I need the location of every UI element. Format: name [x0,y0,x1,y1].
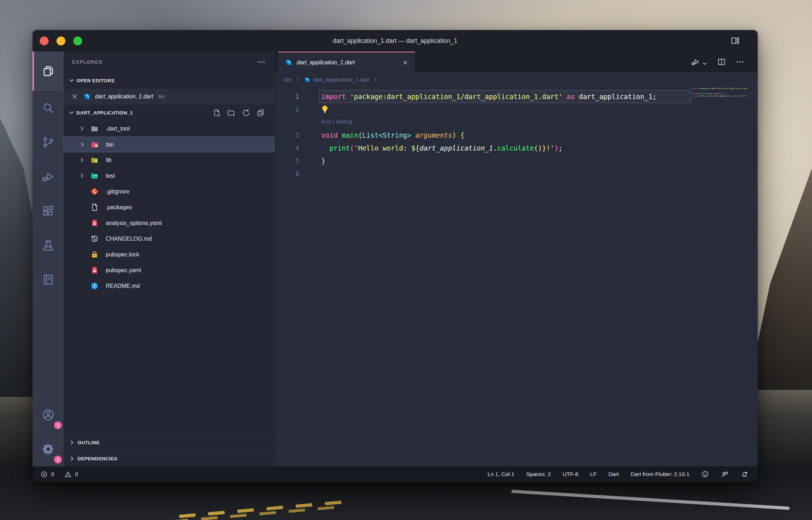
bell-icon[interactable] [741,470,748,478]
explorer-more-actions-icon[interactable] [257,57,266,67]
code-area[interactable]: 1import 'package:dart_application_1/dart… [275,87,692,466]
open-editors-label: OPEN EDITORS [76,78,115,83]
tree-item-analysis-options-yaml[interactable]: analysis_options.yaml [64,215,274,231]
open-editor-item[interactable]: dart_application_1.dart bin [64,89,274,104]
tree-item-CHANGELOG-md[interactable]: CHANGELOG.md [64,231,274,247]
tree-item-bin[interactable]: bin [64,137,274,152]
breadcrumb-file[interactable]: dart_application_1.dart [313,77,370,83]
tree-item--gitignore[interactable]: .gitignore [64,184,274,200]
line-number: 2 [275,103,299,116]
dart-icon [284,59,292,67]
tree-item-label: .dart_tool [106,121,130,137]
tree-item-pubspec-yaml[interactable]: pubspec.yaml [64,263,274,278]
activity-item-explorer[interactable] [33,51,64,91]
status-language-mode[interactable]: Dart [608,471,619,477]
info-icon [90,281,99,290]
customize-layout-icon[interactable] [730,36,741,45]
folder-tool-icon [90,124,99,133]
line-number: 4 [275,142,299,154]
breadcrumb-symbol[interactable]: ... [382,77,386,83]
yaml-red-icon [90,266,99,275]
editor-group: dart_application_1.dart bin dart_applica… [274,51,758,466]
tree-item-lib[interactable]: lib [64,152,274,168]
status-cursor-position[interactable]: Ln 1, Col 1 [487,471,514,477]
minimap[interactable]: import 'package:dart_application_1/dart_… [692,87,749,466]
activity-item-run-and-debug[interactable] [33,160,64,194]
chevron-down-icon [68,109,75,116]
collapse-all-icon[interactable] [256,108,265,117]
run-debug-icon [691,57,700,67]
extensions-icon [41,204,55,218]
breadcrumb-folder[interactable]: bin [284,77,292,83]
split-editor-button[interactable] [717,57,726,67]
tree-item-label: lib [106,152,112,168]
code-line-2: 2 [275,103,692,116]
more-actions-button[interactable] [736,57,745,67]
code-line-1: 1import 'package:dart_application_1/dart… [275,90,692,103]
lock-icon [90,250,99,259]
activity-item-settings[interactable]: 1 [33,432,64,466]
status-eol[interactable]: LF [590,471,596,477]
line-number: 1 [275,90,299,103]
tree-item-README-md[interactable]: README.md [64,278,274,294]
chevron-right-icon [373,77,378,83]
tree-item-test[interactable]: test [64,168,274,184]
tree-item-label: bin [106,137,114,153]
activity-item-extensions[interactable] [33,194,64,228]
beaker-icon [41,239,55,252]
line-number: 3 [275,129,299,142]
code-line-3: 3void main(List<String> arguments) { [275,129,692,142]
close-editor-icon[interactable] [71,93,78,100]
line-number: 6 [275,167,299,180]
codelens-debug-link[interactable]: Debug [336,118,352,124]
activity-item-testing[interactable] [33,228,64,263]
line-number: 5 [275,154,299,167]
chevron-down-icon [68,77,75,84]
problems-status[interactable]: 00 [33,471,85,478]
tree-item--packages[interactable]: .packages [64,200,274,215]
project-name-label: DART_APPLICATION_1 [76,110,133,116]
status-encoding[interactable]: UTF-8 [563,471,578,477]
status-indentation[interactable]: Spaces: 2 [526,471,551,477]
smiley-icon[interactable] [701,470,709,478]
status-bar: 00 Ln 1, Col 1Spaces: 2UTF-8LFDartDart f… [33,466,758,482]
tree-item--dart-tool[interactable]: .dart_tool [64,121,274,137]
feedback-icon[interactable] [721,470,729,478]
chevron-right-icon [79,172,85,179]
project-section-header[interactable]: DART_APPLICATION_1 [64,104,274,121]
codelens-run-link[interactable]: Run [321,118,331,124]
new-file-icon[interactable] [212,108,221,117]
status-dart-sdk-version[interactable]: Dart from Flutter: 2.10.1 [630,471,689,477]
account-icon [41,408,55,422]
run-or-debug-button[interactable] [691,57,708,67]
activity-item-notebook[interactable] [33,263,64,297]
tree-item-label: analysis_options.yaml [106,215,162,231]
code-line-6: 6 [275,167,692,180]
activity-item-search[interactable] [33,91,64,125]
activity-item-accounts[interactable]: 1 [33,398,64,432]
badge-count: 1 [54,456,62,463]
search-icon [41,101,55,115]
file-blue-icon [90,203,99,212]
activity-item-source-control[interactable] [33,125,64,160]
section-dependencies[interactable]: DEPENDENCIES [64,450,274,466]
chevron-right-icon [69,439,75,446]
lightbulb-icon[interactable] [320,104,330,114]
open-editors-header[interactable]: OPEN EDITORS [64,72,274,89]
explorer-title: EXPLORER [72,59,103,65]
tab-label: dart_application_1.dart [297,59,402,66]
refresh-icon[interactable] [242,108,251,117]
close-tab-icon[interactable] [402,59,409,66]
tree-item-pubspec-lock[interactable]: pubspec.lock [64,247,274,263]
changelog-icon [90,234,99,243]
tree-item-label: CHANGELOG.md [106,231,152,247]
codelens-run-debug[interactable]: Run | Debug [275,116,692,129]
run-debug-icon [41,170,55,183]
title-bar[interactable]: dart_application_1.dart — dart_applicati… [33,30,758,51]
tab-dart-application-1[interactable]: dart_application_1.dart [278,51,415,72]
section-label: DEPENDENCIES [78,456,117,461]
section-outline[interactable]: OUTLINE [64,434,274,450]
new-folder-icon[interactable] [227,108,236,117]
project-actions [212,108,272,117]
yaml-red-icon [90,219,99,227]
